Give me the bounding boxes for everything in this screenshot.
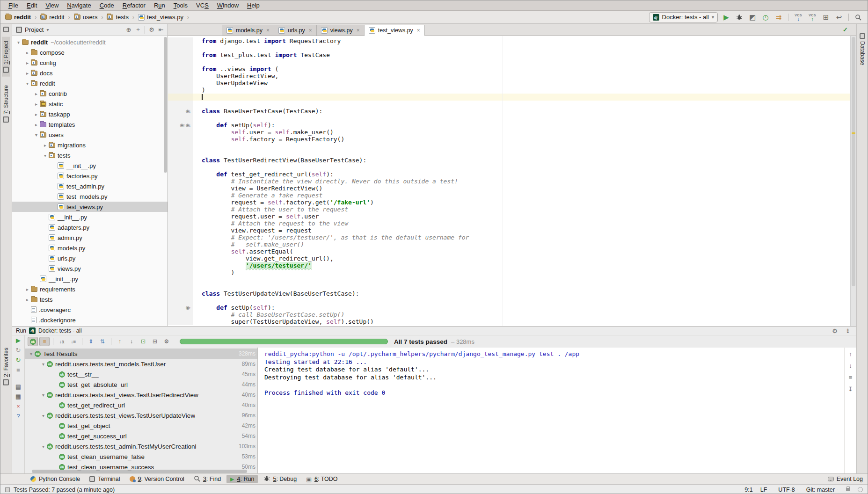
editor-tab[interactable]: models.py× — [222, 25, 274, 36]
breadcrumb-item[interactable]: reddit — [4, 14, 32, 21]
show-passed-toggle[interactable]: ok — [28, 337, 38, 346]
tool-window-button-python-console[interactable]: Python Console — [27, 475, 84, 483]
chevron-expanded-icon[interactable]: ▾ — [40, 444, 47, 449]
collapse-all-icon[interactable]: ⇅ — [97, 337, 108, 346]
settings-icon[interactable]: ⚙ — [147, 26, 156, 34]
breadcrumb-item[interactable]: reddit — [39, 14, 66, 21]
tool-tab-structure[interactable]: 7: Structure — [2, 81, 10, 126]
tree-row[interactable]: ▸tests — [12, 294, 168, 305]
tree-row[interactable]: ▸contrib — [12, 88, 168, 99]
tool-window-button-terminal[interactable]: Terminal — [86, 475, 124, 483]
test-result-row[interactable]: oktest_get_absolute_url44ms — [25, 379, 257, 390]
editor-tab[interactable]: views.py× — [317, 25, 365, 36]
project-tree-scrollbar[interactable] — [164, 37, 167, 173]
scroll-to-end-icon[interactable]: ↧ — [848, 385, 853, 392]
locate-file-icon[interactable]: ⊕ — [124, 26, 133, 34]
chevron-expanded-icon[interactable]: ▾ — [40, 413, 47, 418]
test-result-row[interactable]: oktest_clean_username_false53ms — [25, 451, 257, 462]
sort-by-duration-icon[interactable]: ↓≡ — [68, 337, 79, 346]
menu-item-window[interactable]: Window — [213, 1, 243, 10]
scrollbar-thumb[interactable] — [852, 37, 855, 286]
overridden-marker-icon[interactable]: ◉↓ — [186, 123, 191, 128]
chevron-expanded-icon[interactable]: ▾ — [15, 40, 22, 45]
editor-scrollbar[interactable] — [850, 36, 856, 326]
chevron-expanded-icon[interactable]: ▾ — [40, 362, 47, 367]
tree-row[interactable]: ▾tests — [12, 150, 168, 160]
coverage-panel-icon[interactable]: ▦ — [15, 393, 21, 400]
test-console-icon[interactable]: ▤ — [15, 384, 21, 390]
tree-row[interactable]: __init__.py — [12, 274, 168, 284]
run-icon[interactable]: ▶ — [721, 12, 732, 22]
profiler-icon[interactable]: ◷ — [760, 12, 771, 22]
coverage-icon[interactable]: ◩ — [747, 12, 758, 22]
expand-all-icon[interactable]: ⇕ — [86, 337, 96, 346]
menu-item-run[interactable]: Run — [150, 1, 169, 10]
test-result-row[interactable]: ▾okreddit.users.tests.test_admin.TestMyU… — [25, 441, 257, 451]
tree-row[interactable]: urls.py — [12, 253, 168, 263]
collapse-all-icon[interactable]: ÷ — [133, 26, 143, 34]
menu-item-help[interactable]: Help — [243, 1, 264, 10]
close-tab-icon[interactable]: × — [417, 27, 420, 34]
tree-row[interactable]: ▸migrations — [12, 140, 168, 150]
settings-icon[interactable]: ⚙ — [161, 337, 172, 346]
chevron-collapsed-icon[interactable]: ▸ — [42, 143, 49, 148]
tool-window-button-version-control[interactable]: 9: Version Control — [126, 475, 188, 483]
tree-row[interactable]: ▸static — [12, 99, 168, 109]
chevron-expanded-icon[interactable]: ▾ — [42, 153, 49, 158]
tree-row[interactable]: views.py — [12, 263, 168, 274]
status-widget[interactable]: LF÷ — [760, 487, 771, 493]
undo-icon[interactable]: ↩ — [833, 12, 845, 22]
chevron-expanded-icon[interactable]: ▾ — [24, 81, 31, 86]
ide-hints-icon[interactable] — [858, 487, 863, 492]
menu-item-tools[interactable]: Tools — [169, 1, 192, 10]
menu-item-navigate[interactable]: Navigate — [63, 1, 95, 10]
tool-window-button-run[interactable]: ▶4: Run — [226, 475, 258, 483]
history-icon[interactable]: ⊞ — [150, 337, 160, 346]
overriding-marker-icon[interactable]: ◉↑ — [180, 123, 185, 128]
help-icon[interactable]: ? — [16, 413, 20, 420]
hide-strip-icon[interactable] — [3, 27, 9, 32]
vcs-update-icon[interactable]: VCS↓ — [792, 14, 804, 21]
previous-failed-icon[interactable]: ↑ — [115, 337, 125, 346]
menu-item-edit[interactable]: Edit — [22, 1, 41, 10]
chevron-expanded-icon[interactable]: ▾ — [40, 392, 47, 398]
menu-item-view[interactable]: View — [41, 1, 63, 10]
hide-panel-icon[interactable]: ⇟ — [843, 327, 853, 335]
tree-row[interactable]: factories.py — [12, 171, 168, 181]
test-result-row[interactable]: ▾okreddit.users.tests.test_views.TestUse… — [25, 410, 257, 421]
search-everywhere-icon[interactable] — [853, 12, 864, 22]
scroll-up-icon[interactable]: ↑ — [849, 350, 852, 357]
rerun-failed-icon[interactable]: ↻ — [16, 347, 21, 354]
editor-tab[interactable]: urls.py× — [274, 25, 317, 36]
tree-row[interactable]: ▸compose — [12, 47, 168, 58]
tool-tab-project[interactable]: 1: Project — [2, 37, 10, 77]
tree-row[interactable]: ▸templates — [12, 119, 168, 130]
next-failed-icon[interactable]: ↓ — [126, 337, 137, 346]
chevron-expanded-icon[interactable]: ▾ — [28, 351, 35, 356]
toggle-auto-test-icon[interactable]: ↻ — [16, 357, 21, 363]
test-result-row[interactable]: oktest_get_success_url54ms — [25, 431, 257, 441]
tool-window-button-todo[interactable]: ▣6: TODO — [302, 475, 341, 484]
test-result-row[interactable]: oktest_get_object42ms — [25, 421, 257, 431]
recent-windows-icon[interactable]: ⊞ — [820, 12, 832, 22]
chevron-collapsed-icon[interactable]: ▸ — [24, 297, 31, 302]
breadcrumb-item[interactable]: users — [73, 14, 99, 21]
lock-icon[interactable] — [846, 488, 850, 491]
tree-row[interactable]: ▾users — [12, 130, 168, 140]
close-icon[interactable]: × — [16, 403, 20, 410]
status-widget[interactable]: 9:1 — [744, 487, 752, 493]
tool-tab-favorites[interactable]: 2: Favorites — [2, 344, 10, 389]
test-result-row[interactable]: ▾okreddit.users.tests.test_views.TestUse… — [25, 390, 257, 400]
rerun-icon[interactable]: ▶ — [16, 337, 21, 344]
chevron-expanded-icon[interactable]: ▾ — [33, 132, 40, 138]
menu-item-refactor[interactable]: Refactor — [118, 1, 150, 10]
tool-window-button-debug[interactable]: 5: Debug — [260, 474, 300, 484]
soft-wrap-icon[interactable]: ≡ — [849, 374, 853, 381]
settings-icon[interactable]: ⚙ — [830, 327, 839, 335]
run-config-select[interactable]: dj Docker: tests - all ▾ — [649, 12, 718, 22]
tree-row[interactable]: ▾reddit — [12, 78, 168, 88]
tree-row[interactable]: ▸docs — [12, 68, 168, 78]
project-panel-title[interactable]: Project — [25, 26, 44, 33]
chevron-collapsed-icon[interactable]: ▸ — [33, 112, 40, 117]
breadcrumb-item[interactable]: tests — [106, 14, 129, 21]
